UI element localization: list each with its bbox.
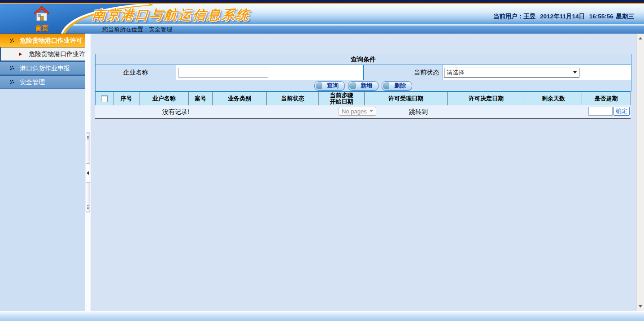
col-header-accept-date: 许可受理日期 [365, 92, 448, 105]
submenu-arrow-icon [19, 52, 22, 56]
page-select[interactable]: No pages [339, 107, 376, 116]
select-all-checkbox[interactable] [101, 95, 108, 102]
button-tab-decoration [316, 82, 322, 89]
sidebar-subitem-dangerous-goods-permit[interactable]: 危险货物港口作业许可 [0, 48, 85, 61]
status-label: 当前状态 [364, 65, 443, 80]
splitter-grip-icon [87, 205, 88, 206]
query-form-fields: 企业名称 当前状态 请选择 [96, 65, 631, 80]
current-weekday: 星期三 [616, 13, 635, 20]
sidebar-item-label: 危险货物港口作业许可 [20, 37, 83, 44]
button-tab-decoration [349, 82, 356, 89]
scroll-up-button[interactable] [637, 35, 644, 42]
sidebar-item-label: 安全管理 [20, 78, 45, 86]
home-label: 首页 [29, 24, 55, 33]
dropdown-arrow-icon [573, 71, 577, 74]
sidebar-item-safety-management[interactable]: 安全管理 [0, 75, 85, 89]
sidebar-item-port-cargo-declaration[interactable]: 港口危货作业申报 [0, 61, 85, 75]
scroll-down-icon [639, 305, 642, 308]
user-info: 当前用户：王昱 2012年11月14日 16:55:56 星期三 [493, 13, 634, 21]
current-date: 2012年11月14日 [540, 13, 585, 20]
splitter-collapse-button[interactable] [86, 163, 90, 183]
col-header-case-no: 案号 [189, 92, 213, 105]
pagination-row: 没有记录! No pages 跳转到 确定 [95, 105, 631, 119]
confirm-button[interactable]: 确定 [614, 107, 630, 116]
splitter-grip-icon [87, 136, 88, 137]
company-name-input[interactable] [178, 68, 268, 78]
col-header-days-remaining: 剩余天数 [525, 92, 582, 105]
results-table: 序号 业户名称 案号 业务类别 当前状态 当前步骤开始日期 许可受理日期 许可决… [95, 91, 631, 119]
sidebar: 危险货物港口作业许可 危险货物港口作业许可 港口危货作业申报 安全管理 [0, 34, 85, 311]
status-select[interactable]: 请选择 [444, 68, 579, 78]
splitter-handle[interactable] [86, 132, 90, 213]
company-name-label: 企业名称 [96, 65, 176, 80]
add-button-label: 新增 [361, 82, 372, 90]
col-header-index: 序号 [113, 92, 139, 105]
menu-bullet-icon [10, 39, 14, 43]
user-name: 王昱 [523, 13, 535, 20]
main-content: 查询条件 企业名称 当前状态 请选择 查询 新增 删除 [91, 34, 636, 311]
sidebar-item-label: 港口危货作业申报 [20, 65, 70, 72]
sidebar-item-dangerous-goods-permit[interactable]: 危险货物港口作业许可 [0, 34, 85, 48]
app-window: 您当前所在位置：安全管理 首页 南京港口与航运信息系统 当前用户：王昱 2012… [0, 0, 644, 321]
current-time: 16:55:56 [589, 13, 614, 20]
panel-splitter [85, 34, 91, 311]
query-form: 查询条件 企业名称 当前状态 请选择 查询 新增 删除 [95, 54, 631, 91]
col-header-current-status: 当前状态 [267, 92, 319, 105]
pager-dropdown-arrow-icon [370, 110, 373, 112]
user-prefix: 当前用户： [493, 13, 524, 20]
menu-bullet-icon [10, 80, 14, 84]
splitter-collapse-icon [87, 171, 89, 175]
page-select-value: No pages [342, 108, 367, 115]
scroll-down-button[interactable] [637, 303, 644, 310]
status-select-value: 请选择 [447, 69, 464, 77]
jump-page-input[interactable] [588, 107, 613, 116]
search-button[interactable]: 查询 [314, 81, 345, 91]
col-header-decision-date: 许可决定日期 [448, 92, 525, 105]
menu-bullet-icon [10, 66, 14, 70]
col-header-step-start-date: 当前步骤开始日期 [319, 92, 365, 105]
empty-records-text: 没有记录! [162, 108, 189, 116]
query-form-title: 查询条件 [96, 54, 631, 65]
col-header-owner-name: 业户名称 [139, 92, 189, 105]
home-icon [33, 5, 51, 22]
col-header-overdue: 是否超期 [582, 92, 630, 105]
status-cell: 请选择 [443, 65, 631, 80]
app-title: 南京港口与航运信息系统 [92, 6, 251, 24]
vertical-scrollbar[interactable] [636, 34, 644, 311]
query-form-buttons: 查询 新增 删除 [96, 80, 631, 91]
add-button[interactable]: 新增 [348, 81, 379, 91]
col-header-business-type: 业务类别 [213, 92, 267, 105]
footer-band [0, 311, 644, 321]
company-name-cell [176, 65, 364, 80]
button-tab-decoration [383, 82, 389, 89]
scroll-up-icon [639, 37, 642, 39]
delete-button-label: 删除 [394, 82, 406, 90]
jump-to-label: 跳转到 [409, 108, 428, 116]
search-button-label: 查询 [327, 82, 339, 90]
select-all-cell [96, 92, 113, 105]
home-button[interactable]: 首页 [29, 5, 55, 33]
delete-button[interactable]: 删除 [382, 81, 412, 91]
table-header-row: 序号 业户名称 案号 业务类别 当前状态 当前步骤开始日期 许可受理日期 许可决… [95, 91, 631, 105]
